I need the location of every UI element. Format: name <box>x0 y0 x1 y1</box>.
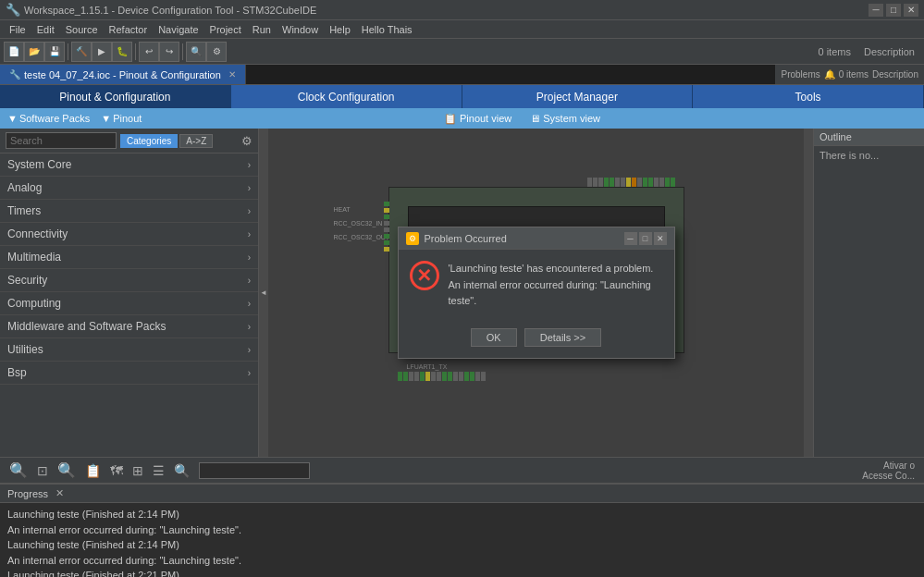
dialog-maximize-btn[interactable]: □ <box>639 232 652 245</box>
grid-btn[interactable]: ⊞ <box>132 463 143 478</box>
config-tab-clock[interactable]: Clock Configuration <box>231 85 462 108</box>
sidebar-item-security[interactable]: Security › <box>0 269 258 292</box>
chevron-right-icon: › <box>248 160 251 170</box>
toolbar-undo[interactable]: ↩ <box>139 42 159 62</box>
toolbar-sep-1 <box>68 43 68 60</box>
menu-run[interactable]: Run <box>247 23 277 36</box>
close-btn[interactable]: ✕ <box>904 4 918 17</box>
config-tab-project[interactable]: Project Manager <box>462 85 694 108</box>
log-line-4: Launching teste (Finished at 2:21 PM) <box>7 568 917 577</box>
dialog-message: 'Launching teste' has encountered a prob… <box>449 261 663 310</box>
zoom-out-btn[interactable]: 🔍 <box>57 461 76 479</box>
sidebar-item-multimedia[interactable]: Multimedia › <box>0 246 258 269</box>
activation-text: Ativar o Acesse Co... <box>862 460 915 481</box>
problems-badge: Problems 🔔 0 items Description <box>775 65 924 84</box>
sidebar-item-analog[interactable]: Analog › <box>0 177 258 200</box>
chevron-right-icon: › <box>248 252 251 263</box>
dialog-overlay: ⚙ Problem Occurred ─ □ ✕ ✕ 'Launching te… <box>268 129 804 457</box>
error-icon: ✕ <box>410 261 439 290</box>
toolbar-run[interactable]: ▶ <box>92 42 112 62</box>
dialog-title-text: Problem Occurred <box>425 233 624 244</box>
menu-file[interactable]: File <box>4 23 31 36</box>
toolbar-sep-3 <box>182 43 183 60</box>
menu-source[interactable]: Source <box>60 23 104 36</box>
main-content: Categories A->Z ⚙ System Core › Analog ›… <box>0 129 924 457</box>
layout-btn[interactable]: ☰ <box>153 463 165 478</box>
menu-hello[interactable]: Hello Thais <box>356 23 418 36</box>
config-tab-project-label: Project Manager <box>536 91 618 104</box>
outline-panel: Outline There is no... <box>813 129 924 457</box>
canvas-search-input[interactable] <box>199 462 310 479</box>
toolbar-debug[interactable]: 🐛 <box>112 42 132 62</box>
search-chip-btn[interactable]: 🔍 <box>174 463 190 478</box>
dialog-close-btn[interactable]: ✕ <box>654 232 667 245</box>
toolbar-settings[interactable]: ⚙ <box>206 42 227 62</box>
title-bar: 🔧 Workspace_1.15.1 - Device Configuratio… <box>0 0 924 20</box>
menu-navigate[interactable]: Navigate <box>153 23 203 36</box>
ioc-tab-label: teste 04_07_24.ioc - Pinout & Configurat… <box>24 69 221 80</box>
dialog-ok-btn[interactable]: OK <box>471 328 517 347</box>
chevron-right-icon: › <box>248 299 251 309</box>
pan-btn[interactable]: 🗺 <box>110 463 123 478</box>
menu-refactor[interactable]: Refactor <box>104 23 154 36</box>
minimize-btn[interactable]: ─ <box>869 4 883 17</box>
problem-dialog: ⚙ Problem Occurred ─ □ ✕ ✕ 'Launching te… <box>398 227 675 359</box>
zoom-in-btn[interactable]: 🔍 <box>9 461 28 479</box>
toolbar-save[interactable]: 💾 <box>44 42 65 62</box>
system-view-btn[interactable]: 🖥 System view <box>530 113 600 124</box>
sidebar-tab-az[interactable]: A->Z <box>179 134 213 148</box>
sidebar-collapse-handle[interactable]: ◄ <box>259 129 268 457</box>
sub-nav: ▼ Software Packs ▼ Pinout 📋 Pinout view … <box>0 108 924 129</box>
toolbar-build[interactable]: 🔨 <box>71 42 92 62</box>
pinout-view-btn[interactable]: 📋 Pinout view <box>444 113 511 125</box>
chevron-right-icon: › <box>248 345 251 355</box>
sidebar-tab-categories[interactable]: Categories <box>120 134 178 148</box>
menu-edit[interactable]: Edit <box>31 23 60 36</box>
dialog-details-btn[interactable]: Details >> <box>524 328 602 347</box>
sidebar-item-connectivity[interactable]: Connectivity › <box>0 223 258 246</box>
sidebar-item-utilities[interactable]: Utilities › <box>0 338 258 362</box>
menu-project[interactable]: Project <box>204 23 247 36</box>
problems-count: 0 items <box>839 69 869 80</box>
view-toggle-btn[interactable]: 📋 <box>85 463 101 478</box>
maximize-btn[interactable]: □ <box>886 4 901 17</box>
toolbar: 📄 📂 💾 🔨 ▶ 🐛 ↩ ↪ 🔍 ⚙ 0 items Description <box>0 39 924 65</box>
config-tab-tools[interactable]: Tools <box>693 85 924 108</box>
toolbar-search[interactable]: 🔍 <box>186 42 206 62</box>
sidebar-search-input[interactable] <box>6 132 117 149</box>
outline-content: There is no... <box>814 146 924 165</box>
right-panel-label: 0 items <box>813 46 856 57</box>
sidebar-item-bsp[interactable]: Bsp › <box>0 362 258 385</box>
chevron-right-icon: › <box>248 322 251 332</box>
toolbar-sep-2 <box>135 43 136 60</box>
gear-icon[interactable]: ⚙ <box>241 134 253 148</box>
ioc-tab-close[interactable]: ✕ <box>228 69 236 80</box>
menu-window[interactable]: Window <box>277 23 324 36</box>
toolbar-open[interactable]: 📂 <box>24 42 44 62</box>
window-controls: ─ □ ✕ <box>869 4 918 17</box>
sidebar-item-computing[interactable]: Computing › <box>0 292 258 315</box>
dialog-minimize-btn[interactable]: ─ <box>624 232 637 245</box>
sidebar-tabs: Categories A->Z <box>120 134 213 148</box>
progress-tab[interactable]: Progress <box>7 488 48 499</box>
sub-nav-software-packs[interactable]: ▼ Software Packs <box>7 113 90 124</box>
sidebar-item-middleware[interactable]: Middleware and Software Packs › <box>0 315 258 338</box>
config-tab-pinout[interactable]: Pinout & Configuration <box>0 85 231 108</box>
fit-btn[interactable]: ⊡ <box>37 463 48 478</box>
sub-nav-pinout[interactable]: ▼ Pinout <box>101 113 142 124</box>
right-scroll[interactable] <box>804 129 813 457</box>
toolbar-new[interactable]: 📄 <box>4 42 24 62</box>
pinout-view-icon: 📋 <box>444 113 457 125</box>
menu-help[interactable]: Help <box>324 23 356 36</box>
progress-close-btn[interactable]: ✕ <box>55 487 64 499</box>
sidebar-item-system-core[interactable]: System Core › <box>0 153 258 177</box>
problems-desc: Description <box>872 69 918 80</box>
collapse-icon: ◄ <box>260 288 267 297</box>
sidebar-item-timers[interactable]: Timers › <box>0 200 258 223</box>
progress-panel: Progress ✕ Launching teste (Finished at … <box>0 483 924 577</box>
config-tab-tools-label: Tools <box>795 91 821 104</box>
toolbar-redo[interactable]: ↪ <box>159 42 179 62</box>
log-line-1: An internal error occurred during: "Laun… <box>7 522 917 538</box>
ioc-file-tab[interactable]: 🔧 teste 04_07_24.ioc - Pinout & Configur… <box>0 65 246 84</box>
log-line-2: Launching teste (Finished at 2:14 PM) <box>7 537 917 553</box>
